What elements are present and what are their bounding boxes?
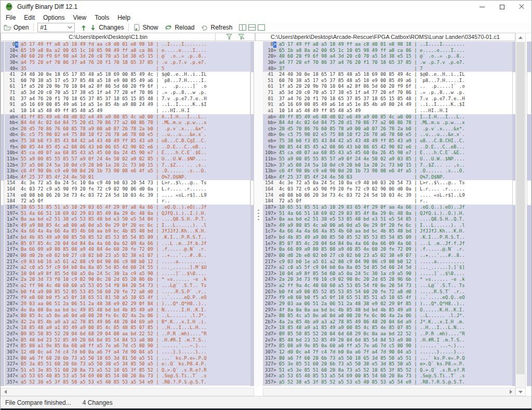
hex-row[interactable]: 1b7>49 a9 80 85 4c a0 00 a6 0d a5 0e 29 … bbox=[263, 223, 512, 229]
show-button[interactable]: Show bbox=[130, 23, 161, 32]
hex-row[interactable]: 207>00 d0 2b e0 02 b0 27 c0 02 b0 23 a5 … bbox=[263, 253, 512, 259]
hex-row[interactable]: 257>a2 ff 9a 4c 40 60 60 a5 53 05 54 f0 … bbox=[263, 283, 512, 289]
left-hex-view[interactable]: 0<a5 17 49 ff a8 a5 18 49 fd aa c8 d0 01… bbox=[5, 42, 250, 386]
hex-row[interactable]: 1e7>85 07 85 4c 20 04 6d 84 0a 4a 66 0a … bbox=[263, 241, 512, 247]
hex-row[interactable]: 71 a5 3d 20 c0 70 a5 17 38 e5 1f a4 77 2… bbox=[263, 90, 512, 96]
hex-row[interactable]: 20<40 60 20 f9 6f 98 a4 3d 20 c0 70 a5 1… bbox=[5, 53, 250, 60]
hex-row[interactable]: 2c7<18 85 48 a9 a1 85 49 a9 00 85 4c 85 … bbox=[5, 325, 250, 331]
maximize-button[interactable] bbox=[492, 1, 512, 13]
hex-row[interactable]: 0<a5 17 49 ff a8 a5 18 49 fd aa c8 d0 01… bbox=[5, 42, 250, 48]
scroll-down-button[interactable] bbox=[515, 388, 526, 396]
hex-row[interactable]: 11b>55 a9 00 85 55 85 57 a9 0f 24 4e 50 … bbox=[263, 156, 512, 162]
hex-row[interactable]: 91 a5 16 69 00 85 49 a6 1d a5 1e 85 4b a… bbox=[5, 102, 250, 108]
hex-row[interactable]: 174 e0 08 b0 06 20 3d 73 4c 03 72 24 5d … bbox=[5, 193, 250, 199]
hex-row[interactable]: 41 24 40 30 0e 18 65 17 85 48 a5 18 69 0… bbox=[263, 72, 512, 78]
hex-row[interactable]: 317>80 a6 7f 60 20 6b 73 a5 50 18 65 3d … bbox=[263, 356, 512, 362]
hex-row[interactable]: 297>4f 8a 0a 0a aa bd bc 4b 85 48 bd bd … bbox=[263, 307, 512, 313]
hex-row[interactable]: 164 4c 03 72 c9 a5 90 f9 20 fe 72 c9 02 … bbox=[263, 186, 512, 193]
filter-funnel-icon[interactable] bbox=[226, 34, 233, 40]
hex-row[interactable]: 257<a2 ff 98 4c 40 60 60 a5 53 05 54 f0 … bbox=[5, 283, 250, 289]
minimize-button[interactable] bbox=[472, 1, 492, 13]
hex-row[interactable]: 217>c9 03 b0 1e a5 61 a2 80 c9 04 90 06 … bbox=[263, 259, 512, 265]
hex-row[interactable]: 30>a4 77 20 ef 70 86 37 a4 76 20 f1 70 1… bbox=[263, 60, 512, 66]
hex-row[interactable]: eb<75 38 b0 f3 85 43 84 42 a4 43 40 49 f… bbox=[5, 138, 250, 144]
hex-row[interactable]: 1c7>4a 66 4a 4a 66 4a 85 4b 68 aa bd bc … bbox=[263, 228, 512, 235]
right-hex-view[interactable]: 0>a5 17 49 ff a8 a5 18 49 ff aa c8 d0 01… bbox=[263, 42, 512, 386]
hex-row[interactable]: 51 60 70 38 a5 17 e5 37 85 48 a5 18 e9 0… bbox=[5, 78, 250, 84]
change-map-far-left[interactable] bbox=[1, 42, 4, 386]
hex-row[interactable]: ab>49 ff 85 49 e6 48 d0 02 e6 49 a9 00 8… bbox=[263, 114, 512, 120]
hex-row[interactable]: 2e7>85 48 bd 23 52 85 49 20 04 6d 85 54 … bbox=[263, 337, 512, 344]
hex-row[interactable]: 1e7<85 07 85 4c 20 04 6d 84 0a 4a 66 0a … bbox=[5, 241, 250, 247]
hex-row[interactable]: 14b>4f 25 37 85 4f 24 4e 50 03| O%7.O$NP… bbox=[263, 174, 512, 181]
hex-row[interactable]: 207<00 d0 2b e0 02 b0 27 c0 02 b0 23 a5 … bbox=[5, 253, 250, 259]
hex-row[interactable]: fb>00 85 44 85 45 a2 08 06 43 b0 06 65 4… bbox=[263, 144, 512, 151]
hex-row[interactable]: cb>20 d5 70 86 76 60 85 78 a9 00 a0 07 2… bbox=[263, 126, 512, 132]
hex-row[interactable]: 267<b0 f4 a9 00 85 52 85 53 85 50 60 20 … bbox=[5, 289, 250, 295]
hex-row[interactable]: 81 37 a4 76 20 f1 70 18 65 37 85 37 18 6… bbox=[5, 96, 250, 102]
scroll-up-button[interactable] bbox=[516, 33, 525, 42]
hex-row[interactable]: 1f7<0a 66 09 a9 80 85 08 a9 40 84 4e 60 … bbox=[5, 247, 250, 253]
filter-edit-funnel-icon[interactable] bbox=[238, 34, 245, 40]
hex-row[interactable]: 2b7<42 2a 85 4b a9 a3 a2 78 85 49 86 48 … bbox=[5, 319, 250, 325]
hex-row[interactable]: 12b<37 a5 08 24 5a 10 0d c9 20 b0 1a 20 … bbox=[5, 162, 250, 169]
layout-single-pane-button[interactable] bbox=[258, 24, 265, 31]
left-file-path[interactable]: C:\Users\bperk\Desktop\C1.bin bbox=[1, 33, 216, 41]
hex-row[interactable]: 347<a5 53 65 40 85 53 a5 54 69 00 85 54 … bbox=[5, 373, 250, 379]
hex-row[interactable]: 1d7>bd 4b 85 49 a9 00 85 50 85 52 85 53 … bbox=[263, 235, 512, 241]
left-horizontal-scrollbar[interactable] bbox=[1, 388, 254, 396]
reload-button[interactable]: Reload bbox=[161, 23, 197, 32]
pane-splitter[interactable] bbox=[254, 42, 263, 386]
next-change-button[interactable] bbox=[88, 24, 98, 31]
hex-row[interactable]: 247>2a 20 3d 73 f0 10 c9 02 90 0c 20 2d … bbox=[263, 277, 512, 283]
hex-row[interactable]: 61 1f a5 20 20 9b 70 10 04 a2 8f 86 5d 6… bbox=[263, 84, 512, 90]
hex-row[interactable]: 164 4c 03 72 c9 a5 90 f9 20 fe 72 c9 02 … bbox=[5, 186, 250, 193]
menu-item-options[interactable]: Options bbox=[39, 13, 69, 22]
hex-row[interactable]: 267>b0 f4 a9 00 85 52 85 53 85 54 60 20 … bbox=[263, 289, 512, 295]
hex-row[interactable]: 2f7<85 08 a1 9e 85 0a 60 a0 ff a5 7e a6 … bbox=[5, 343, 250, 349]
hex-row[interactable]: 357>a5 52 38 e5 3f 85 52 a5 53 e5 40 85 … bbox=[263, 379, 512, 386]
hex-row[interactable]: 154 4c 3e 72 a5 0a 24 5c 10 0a c9 40 b0 … bbox=[5, 180, 250, 186]
hex-row[interactable]: 11b<55 a9 00 85 55 85 57 a9 0f 24 4e 50 … bbox=[5, 156, 250, 162]
hex-row[interactable]: 327<65 3a 85 51 60 20 6b 73 a5 50 38 e5 … bbox=[5, 361, 250, 367]
hex-row[interactable]: 307>12 d0 0c a4 7f c4 7d b0 0a a6 7f a4 … bbox=[263, 349, 512, 356]
hex-row[interactable]: 41 24 40 30 0e 18 65 17 85 48 a5 18 69 0… bbox=[5, 72, 250, 78]
hex-row[interactable]: cb<20 d5 70 86 76 60 85 78 a9 00 a0 07 2… bbox=[5, 126, 250, 132]
hex-row[interactable]: 2a7<80 85 4c a5 0e a6 0d a0 00 20 fe 6c … bbox=[5, 313, 250, 319]
hex-row[interactable]: db<0c c5 75 90 02 e4 75 88 10 f2 26 78 a… bbox=[5, 132, 250, 138]
hex-row[interactable]: 154 4c 3e 72 a5 0a 24 5c 10 0a c9 40 b0 … bbox=[263, 180, 512, 186]
menu-item-file[interactable]: File bbox=[2, 13, 20, 22]
hex-row[interactable]: 2d7>09 85 50 85 52 20 04 6d 68 29 0c 0a … bbox=[263, 331, 512, 337]
hex-row[interactable]: fb<00 85 44 85 45 a2 08 06 43 b0 06 65 4… bbox=[5, 144, 250, 151]
right-horizontal-scrollbar[interactable] bbox=[263, 388, 515, 396]
hex-row[interactable]: a1 10 14 a5 48 49 ff 85 48 a5 49| ...HI.… bbox=[5, 108, 250, 114]
menu-item-view[interactable]: View bbox=[69, 13, 90, 22]
hex-row[interactable]: 174 e0 08 b0 06 20 3d 73 4c 03 72 24 5d … bbox=[263, 193, 512, 199]
hex-row[interactable]: db>0e c5 75 90 02 e5 75 88 10 f2 26 78 a… bbox=[263, 132, 512, 138]
hex-row[interactable]: a1 10 14 a5 48 49 ff 85 48 a5 49| ...HI.… bbox=[263, 108, 512, 114]
hex-row[interactable]: 10b>45 ca d0 07 aa 68 85 43 a5 45 60 0a … bbox=[263, 150, 512, 156]
hex-row[interactable]: 184 72 a5 0f| r.. bbox=[5, 198, 250, 204]
hex-row[interactable]: 287<29 03 aa 06 51 2a 06 51 2a 48 38 e9 … bbox=[5, 301, 250, 307]
hex-row[interactable]: 237<10 04 a9 8f 85 5d 60 a5 0a 24 5c 30 … bbox=[5, 271, 250, 277]
hex-row[interactable]: 197<51 4a 66 51 18 69 02 29 03 85 49 8a … bbox=[5, 211, 250, 217]
hex-row[interactable]: 247<2a 20 3d 73 f0 10 c9 02 90 0c 20 2d … bbox=[5, 277, 250, 283]
hex-row[interactable]: 1a7<0a aa bd e2 51 38 e5 53 85 48 bd e3 … bbox=[5, 216, 250, 223]
hex-row[interactable]: 1c7<4a 66 4a 4a 66 4a 85 4b 68 aa b9 bc … bbox=[5, 228, 250, 235]
close-button[interactable] bbox=[512, 1, 531, 13]
hex-row[interactable]: 277<f9 e0 60 b0 f5 a5 0f 18 65 51 81 50 … bbox=[5, 295, 250, 301]
hex-row[interactable]: 297<4e 8a 08 0a aa bd bc 49 85 48 bd bd … bbox=[5, 307, 250, 313]
hex-row[interactable]: 2e7<85 48 bd 23 52 85 49 20 04 6d 85 54 … bbox=[5, 337, 250, 344]
hex-row[interactable]: 0>a5 17 49 ff a8 a5 18 49 ff aa c8 d0 01… bbox=[263, 42, 512, 48]
menu-item-edit[interactable]: Edit bbox=[20, 13, 39, 22]
hex-row[interactable]: 14b<4f 25 37 85 4f 24 4e 50 01| O%7.O$NP… bbox=[5, 174, 250, 181]
hex-row[interactable]: 2d7<09 85 50 85 52 20 04 6d 68 29 04 08 … bbox=[5, 331, 250, 337]
hex-row[interactable]: 2b7>4a 2a 85 4b a9 a3 a2 78 85 49 86 48 … bbox=[263, 319, 512, 325]
hex-row[interactable]: 2c7>18 85 48 a9 a1 85 49 a9 00 85 4c 85 … bbox=[263, 325, 512, 331]
hex-row[interactable]: 287>29 03 aa 06 51 2a 06 51 2a 48 38 e9 … bbox=[263, 301, 512, 307]
hex-row[interactable]: 1d7<bd 4b 85 49 a9 00 85 50 85 52 85 53 … bbox=[5, 235, 250, 241]
hex-row[interactable]: 1f7>0a 66 09 a9 80 85 08 a9 40 85 4e 60 … bbox=[263, 247, 512, 253]
hex-row[interactable]: 40>37| 7 bbox=[263, 66, 512, 72]
hex-row[interactable]: 81 37 a4 76 20 f1 70 18 65 37 85 37 18 6… bbox=[263, 96, 512, 102]
hex-row[interactable]: 327>65 3e 85 51 60 20 6b 73 a5 50 38 e5 … bbox=[263, 361, 512, 367]
